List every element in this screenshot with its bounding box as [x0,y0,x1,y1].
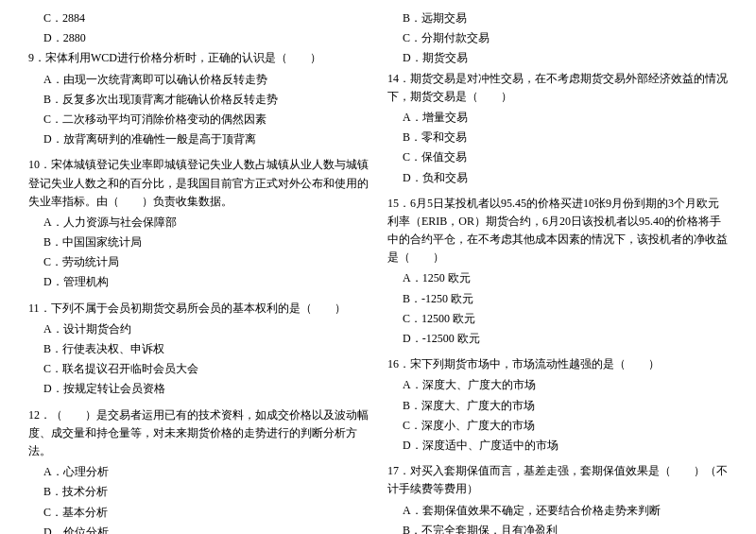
question-14: 14．期货交易是对冲性交易，在不考虑期货交易外部经济效益的情况下，期货交易是（ … [387,70,728,187]
option-text: C．12500 欧元 [403,312,475,325]
option-d: D．按规定转让会员资格 [43,380,369,398]
option-text: B．深度大、广度大的市场 [403,399,535,412]
option-b: B．深度大、广度大的市场 [403,397,728,415]
option-b: B．技术分析 [43,483,369,501]
option-text: B．零和交易 [403,130,467,144]
option-text: C．二次移动平均可消除价格变动的偶然因素 [43,112,266,126]
option-c: C．深度小、广度大的市场 [403,417,728,435]
question-text: 宋体利用WCD进行价格分析时，正确的认识是（ ） [45,51,321,64]
option-text: A．心理分析 [43,465,109,478]
option-d: D．深度适中、广度适中的市场 [403,437,728,455]
option-text: D．管理机构 [43,275,109,288]
option-d: D．价位分析 [43,524,369,534]
option-text: B．远期交易 [403,11,467,25]
option-text: B．行使表决权、申诉权 [43,342,164,355]
option-c-2884: C．2884 [43,9,369,27]
question-11: 11．下列不属于会员初期货交易所会员的基本权利的是（ ） A．设计期货合约 B．… [28,300,369,399]
question-number: 14． [387,72,410,85]
option-text: B．不完全套期保，且有净盈利 [403,524,558,534]
option-d: D．-12500 欧元 [403,330,728,348]
question-text: 期货交易是对冲性交易，在不考虑期货交易外部经济效益的情况下，期货交易是（ ） [387,72,728,103]
option-a: A．深度大、广度大的市场 [403,376,728,394]
option-text: A．增量交易 [403,111,468,124]
option-text: D．-12500 欧元 [403,332,480,345]
question-16-title: 16．宋下列期货市场中，市场流动性越强的是（ ） [387,355,728,373]
option-text: C．基本分析 [43,506,108,519]
option-c: C．保值交易 [403,148,728,166]
option-a: A．设计期货合约 [43,320,369,338]
right-column: B．远期交易 C．分期付款交易 D．期货交易 14．期货交易是对冲性交易，在不考… [387,9,728,534]
option-b: B．不完全套期保，且有净盈利 [403,522,728,534]
option-b: B．中国国家统计局 [43,233,369,251]
question-9-title: 9．宋体利用WCD进行价格分析时，正确的认识是（ ） [28,49,369,67]
question-10: 10．宋体城镇登记失业率即城镇登记失业人数占城镇从业人数与城镇登记失业人数之和的… [28,156,369,291]
question-17-title: 17．对买入套期保值而言，基差走强，套期保值效果是（ ）（不计手续费等费用） [387,462,728,498]
option-b: B．反复多次出现顶背离才能确认价格反转走势 [43,91,369,109]
option-d: D．管理机构 [43,273,369,291]
option-b: B．行使表决权、申诉权 [43,340,369,358]
option-c: C．二次移动平均可消除价格变动的偶然因素 [43,111,369,129]
option-text: B．技术分析 [43,485,108,498]
question-number: 9． [28,51,45,64]
option-text: C．2884 [43,11,85,25]
option-text: A．设计期货合约 [43,322,131,336]
option-d-2880: D．2880 [43,29,369,47]
question-10-title: 10．宋体城镇登记失业率即城镇登记失业人数占城镇从业人数与城镇登记失业人数之和的… [28,156,369,211]
question-text: 对买入套期保值而言，基差走强，套期保值效果是（ ）（不计手续费等费用） [387,464,728,495]
page-container: C．2884 D．2880 9．宋体利用WCD进行价格分析时，正确的认识是（ ）… [28,9,728,534]
option-text: B．反复多次出现顶背离才能确认价格反转走势 [43,93,278,106]
option-text: C．保值交易 [403,150,467,164]
question-11-title: 11．下列不属于会员初期货交易所会员的基本权利的是（ ） [28,300,369,318]
question-number: 16． [387,357,410,370]
question-16: 16．宋下列期货市场中，市场流动性越强的是（ ） A．深度大、广度大的市场 B．… [387,355,728,455]
question-text: 宋下列期货市场中，市场流动性越强的是（ ） [410,357,660,370]
option-c: C．12500 欧元 [403,310,728,328]
question-number: 11． [28,301,51,315]
option-text: A．套期保值效果不确定，还要结合价格走势来判断 [403,504,661,517]
question-12: 12．（ ）是交易者运用已有的技术资料，如成交价格以及波动幅度、成交量和持仓量等… [28,406,369,534]
option-a: A．套期保值效果不确定，还要结合价格走势来判断 [403,502,728,520]
question-number: 15． [387,197,410,210]
question-15-title: 15．6月5日某投机者以95.45的价格买进10张9月份到期的3个月欧元利率（E… [387,195,728,267]
option-text: C．分期付款交易 [403,31,490,44]
question-15: 15．6月5日某投机者以95.45的价格买进10张9月份到期的3个月欧元利率（E… [387,195,728,349]
option-text: D．按规定转让会员资格 [43,382,165,395]
option-a: A．心理分析 [43,463,369,481]
option-text: A．深度大、广度大的市场 [403,378,536,391]
question-text: 宋体城镇登记失业率即城镇登记失业人数占城镇从业人数与城镇登记失业人数之和的百分比… [28,158,369,207]
option-d: D．放背离研判的准确性一般是高于顶背离 [43,130,369,148]
option-text: B．-1250 欧元 [403,292,473,305]
question-14-title: 14．期货交易是对冲性交易，在不考虑期货交易外部经济效益的情况下，期货交易是（ … [387,70,728,106]
option-text: A．1250 欧元 [403,271,471,284]
option-text: D．负和交易 [403,171,468,184]
option-text: C．深度小、广度大的市场 [403,419,535,432]
left-column: C．2884 D．2880 9．宋体利用WCD进行价格分析时，正确的认识是（ ）… [28,9,369,534]
option-b: B．零和交易 [403,129,728,146]
question-text: 下列不属于会员初期货交易所会员的基本权利的是（ ） [51,301,346,315]
option-text: D．2880 [43,31,86,44]
option-text: D．价位分析 [43,525,109,534]
option-a: A．人力资源与社会保障部 [43,214,369,232]
option-c: C．联名提议召开临时会员大会 [43,360,369,378]
option-c-standalone: C．分期付款交易 [403,29,728,47]
option-d: D．负和交易 [403,169,728,187]
question-17: 17．对买入套期保值而言，基差走强，套期保值效果是（ ）（不计手续费等费用） A… [387,462,728,534]
question-text: 6月5日某投机者以95.45的价格买进10张9月份到期的3个月欧元利率（ERIB… [387,197,728,265]
question-number: 10． [28,158,51,171]
option-text: B．中国国家统计局 [43,235,142,249]
option-c: C．劳动统计局 [43,253,369,271]
option-a: A．增量交易 [403,109,728,127]
option-a: A．由现一次统背离即可以确认价格反转走势 [43,71,369,89]
option-b-standalone: B．远期交易 [403,9,728,27]
option-a: A．1250 欧元 [403,269,728,287]
option-text: C．联名提议召开临时会员大会 [43,362,198,375]
option-text: D．期货交易 [403,51,468,64]
option-text: C．劳动统计局 [43,255,119,268]
question-12-title: 12．（ ）是交易者运用已有的技术资料，如成交价格以及波动幅度、成交量和持仓量等… [28,406,369,461]
option-text: D．放背离研判的准确性一般是高于顶背离 [43,132,256,146]
option-c: C．基本分析 [43,504,369,522]
option-d-standalone: D．期货交易 [403,49,728,67]
option-text: D．深度适中、广度适中的市场 [403,439,558,452]
option-text: A．人力资源与社会保障部 [43,215,177,229]
option-text: A．由现一次统背离即可以确认价格反转走势 [43,73,267,86]
